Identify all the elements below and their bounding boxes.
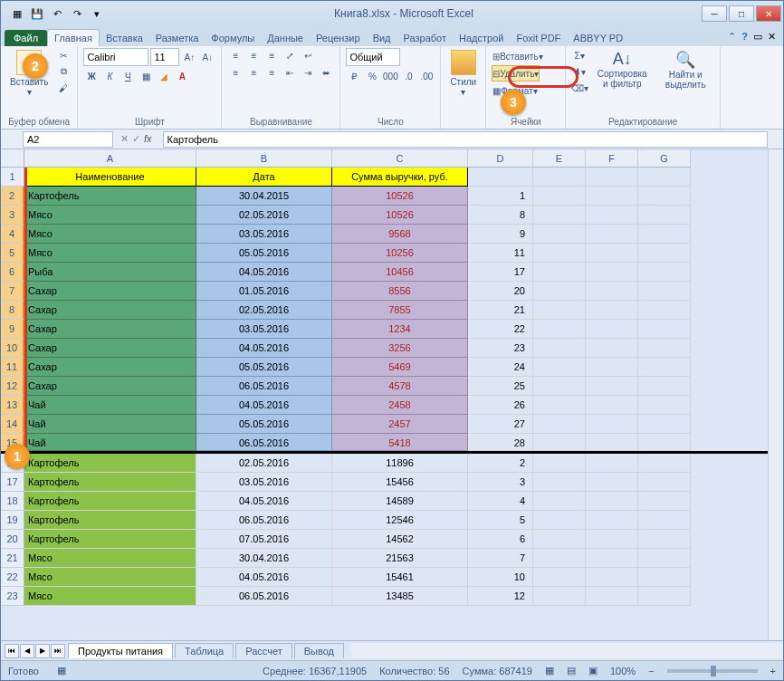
fill-color-icon[interactable]: ◢ [156,69,172,83]
tab-developer[interactable]: Разработ [397,30,453,46]
sort-filter-button[interactable]: A↓ Сортировка и фильтр [591,48,653,91]
cell[interactable] [533,339,586,358]
cell[interactable]: Мясо [24,549,196,568]
redo-icon[interactable]: ↷ [68,5,86,23]
row-header-12[interactable]: 12 [1,377,24,396]
cells-grid[interactable]: НаименованиеДатаСумма выручки, руб.Карто… [24,168,768,640]
cell[interactable]: 03.05.2016 [196,225,332,244]
cell[interactable] [638,396,691,415]
vertical-scrollbar[interactable] [768,149,783,640]
enter-formula-icon[interactable]: ✓ [132,133,140,145]
row-header-9[interactable]: 9 [1,320,24,339]
cell[interactable] [586,225,638,244]
row-header-14[interactable]: 14 [1,415,24,434]
cell[interactable]: Сахар [24,301,196,320]
cell[interactable]: 5 [468,511,533,530]
cell[interactable]: Мясо [24,206,196,225]
cell[interactable]: Сахар [24,377,196,396]
row-header-6[interactable]: 6 [1,263,24,282]
cell[interactable]: 06.05.2016 [196,511,332,530]
cell[interactable] [533,415,586,434]
zoom-slider[interactable] [667,669,758,673]
cell[interactable] [586,587,638,606]
sheet-tab[interactable]: Продукты питания [68,643,173,658]
insert-cells-button[interactable]: ⊞ Вставить ▾ [492,48,543,64]
indent-dec-icon[interactable]: ⇤ [282,65,298,80]
column-header-G[interactable]: G [638,149,691,168]
column-header-E[interactable]: E [533,149,586,168]
restore-doc-icon[interactable]: ▭ [753,31,762,43]
cell[interactable]: 2458 [332,396,468,415]
cell[interactable]: 05.05.2016 [196,358,332,377]
cell[interactable] [533,396,586,415]
row-header-23[interactable]: 23 [1,587,24,606]
font-color-icon[interactable]: A [174,69,190,83]
cell[interactable] [638,187,691,206]
view-layout-icon[interactable]: ▤ [567,665,576,676]
cell[interactable] [638,511,691,530]
underline-icon[interactable]: Ч [120,69,136,83]
cell[interactable] [533,434,586,451]
cell[interactable]: 2457 [332,415,468,434]
cell[interactable]: 30.04.2016 [196,549,332,568]
cell[interactable]: Сахар [24,282,196,301]
cell[interactable] [638,225,691,244]
cell[interactable]: 10526 [332,206,468,225]
align-mid-icon[interactable]: ≡ [245,48,262,62]
cell[interactable]: 24 [468,358,533,377]
styles-button[interactable]: Стили▾ [446,48,480,99]
cell[interactable]: 23 [468,339,533,358]
cell[interactable]: 04.05.2016 [196,339,332,358]
cell[interactable] [638,454,691,473]
align-top-icon[interactable]: ≡ [227,48,244,62]
align-right-icon[interactable]: ≡ [263,65,280,80]
merge-icon[interactable]: ⬌ [318,65,334,80]
cell[interactable] [638,415,691,434]
save-icon[interactable]: 💾 [28,5,46,23]
cell[interactable]: 06.05.2016 [196,587,332,606]
cell[interactable]: 4578 [332,377,468,396]
cell[interactable]: 10 [468,568,533,587]
zoom-out-icon[interactable]: − [648,666,654,676]
cell[interactable]: 02.05.2016 [196,454,332,473]
tab-home[interactable]: Главная [47,29,100,46]
cell[interactable]: 12 [468,587,533,606]
sheet-tab[interactable]: Рассчет [235,643,292,658]
cell[interactable] [638,301,691,320]
cell[interactable] [638,492,691,511]
minimize-ribbon-icon[interactable]: ⌃ [728,31,736,43]
close-doc-icon[interactable]: ✕ [768,31,776,43]
cell[interactable] [638,206,691,225]
fx-icon[interactable]: fx [144,133,156,145]
cell[interactable] [586,263,638,282]
tab-layout[interactable]: Разметка [149,30,206,46]
tab-addins[interactable]: Надстрой [453,30,510,46]
cell[interactable]: Картофель [24,511,196,530]
cell[interactable]: Чай [24,415,196,434]
cell[interactable] [638,282,691,301]
row-header-7[interactable]: 7 [1,282,24,301]
cell[interactable]: 10256 [332,244,468,263]
cell[interactable]: 01.05.2016 [196,282,332,301]
row-header-17[interactable]: 17 [1,473,24,492]
select-all-corner[interactable] [1,149,24,168]
cell[interactable]: Картофель [24,187,196,206]
font-size-combo[interactable]: 11 [150,48,179,66]
cell[interactable] [533,244,586,263]
cell[interactable]: 04.05.2016 [196,492,332,511]
cell[interactable]: 14589 [332,492,468,511]
cell[interactable]: Сахар [24,320,196,339]
cell[interactable]: 1234 [332,320,468,339]
currency-icon[interactable]: ₽ [346,69,362,83]
cell[interactable]: Чай [24,396,196,415]
cell[interactable] [638,339,691,358]
cell[interactable]: 22 [468,320,533,339]
cell[interactable]: Сахар [24,358,196,377]
cell[interactable] [586,511,638,530]
cell[interactable]: 28 [468,434,533,451]
cell[interactable]: Картофель [24,454,196,473]
format-painter-icon[interactable]: 🖌 [55,81,72,95]
cell[interactable]: 11896 [332,454,468,473]
cell[interactable]: 3256 [332,339,468,358]
shrink-font-icon[interactable]: A↓ [199,50,215,64]
